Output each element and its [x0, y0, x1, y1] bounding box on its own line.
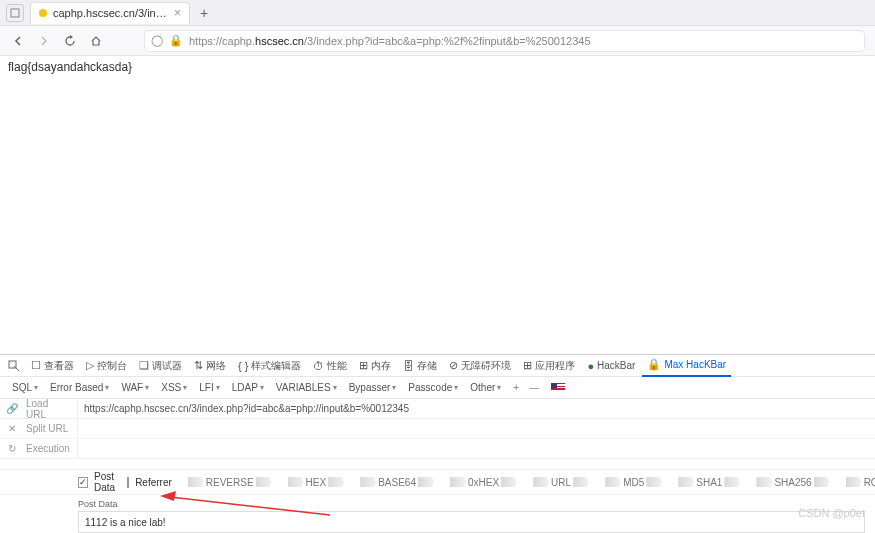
tab-label: 控制台: [97, 359, 127, 373]
devtools-tab-应用程序[interactable]: ⊞应用程序: [518, 355, 580, 377]
devtools-tab-控制台[interactable]: ▷控制台: [81, 355, 132, 377]
tab-icon: 🔒: [647, 358, 661, 371]
postdata-input[interactable]: 1112 is a nice lab!: [78, 511, 865, 533]
url-input[interactable]: ◯ 🔒 https://caphp.hscsec.cn/3/index.php?…: [144, 30, 865, 52]
hackbar-menu-waf[interactable]: WAF▾: [115, 382, 155, 393]
tab-label: 调试器: [152, 359, 182, 373]
hackbar-menu-error-based[interactable]: Error Based▾: [44, 382, 115, 393]
devtools-panel: ☐查看器▷控制台❏调试器⇅网络{ }样式编辑器⏱性能⊞内存🗄存储⊘无障碍环境⊞应…: [0, 354, 875, 533]
hackbar-main: 🔗Load URL✕Split URL↻Execution https://ca…: [0, 399, 875, 459]
pill-tag-icon: [360, 477, 376, 487]
pill-tag-icon: [573, 477, 589, 487]
tab-label: 应用程序: [535, 359, 575, 373]
hackbar-add-button[interactable]: +: [509, 382, 523, 393]
browser-tab[interactable]: caphp.hscsec.cn/3/index.ph ×: [30, 2, 190, 24]
hackbar-action-split-url[interactable]: ✕Split URL: [0, 419, 77, 439]
devtools-tab-存储[interactable]: 🗄存储: [398, 355, 442, 377]
back-button[interactable]: [10, 33, 26, 49]
devtools-tab-内存[interactable]: ⊞内存: [354, 355, 396, 377]
devtools-tab-bar: ☐查看器▷控制台❏调试器⇅网络{ }样式编辑器⏱性能⊞内存🗄存储⊘无障碍环境⊞应…: [0, 355, 875, 377]
hackbar-remove-button[interactable]: —: [525, 382, 543, 393]
action-icon: 🔗: [6, 403, 18, 414]
browser-tab-strip: caphp.hscsec.cn/3/index.ph × +: [0, 0, 875, 26]
hackbar-menu-other[interactable]: Other▾: [464, 382, 507, 393]
pill-tag-icon: [418, 477, 434, 487]
chevron-down-icon: ▾: [145, 383, 149, 392]
reload-icon: [64, 35, 76, 47]
tab-icon: ⏱: [313, 360, 324, 372]
tab-list-button[interactable]: [6, 4, 24, 22]
encode-pill-reverse[interactable]: REVERSE: [188, 477, 272, 488]
pill-tag-icon: [724, 477, 740, 487]
devtools-tab-性能[interactable]: ⏱性能: [308, 355, 352, 377]
devtools-tab-查看器[interactable]: ☐查看器: [26, 355, 79, 377]
referrer-checkbox[interactable]: [127, 477, 129, 488]
hackbar-menu-ldap[interactable]: LDAP▾: [226, 382, 270, 393]
devtools-tab-网络[interactable]: ⇅网络: [189, 355, 231, 377]
action-icon: ✕: [6, 423, 18, 434]
new-tab-button[interactable]: +: [200, 5, 208, 21]
devtools-tab-无障碍环境[interactable]: ⊘无障碍环境: [444, 355, 516, 377]
pill-tag-icon: [814, 477, 830, 487]
tab-icon: { }: [238, 360, 248, 372]
inspect-icon: [8, 360, 20, 372]
pill-tag-icon: [678, 477, 694, 487]
page-content: flag{dsayandahckasda}: [0, 56, 875, 354]
hackbar-action-execution[interactable]: ↻Execution: [0, 439, 77, 459]
hackbar-options: Post Data Referrer REVERSEHEXBASE640xHEX…: [0, 469, 875, 495]
tab-close-icon[interactable]: ×: [174, 6, 181, 20]
encode-pill-base64[interactable]: BASE64: [360, 477, 434, 488]
hackbar-menu-variables[interactable]: VARIABLES▾: [270, 382, 343, 393]
tab-icon: ❏: [139, 359, 149, 372]
encode-pill-0xhex[interactable]: 0xHEX: [450, 477, 517, 488]
devtools-tab-样式编辑器[interactable]: { }样式编辑器: [233, 355, 306, 377]
us-flag-icon[interactable]: [551, 383, 565, 392]
tab-label: 样式编辑器: [251, 359, 301, 373]
hackbar-menu-sql[interactable]: SQL▾: [6, 382, 44, 393]
chevron-down-icon: ▾: [392, 383, 396, 392]
pill-tag-icon: [188, 477, 204, 487]
referrer-label: Referrer: [135, 477, 172, 488]
tab-label: 查看器: [44, 359, 74, 373]
pill-tag-icon: [328, 477, 344, 487]
hackbar-menu-bar: SQL▾Error Based▾WAF▾XSS▾LFI▾LDAP▾VARIABL…: [0, 377, 875, 399]
tab-label: Max HacKBar: [664, 359, 726, 370]
hackbar-menu-bypasser[interactable]: Bypasser▾: [343, 382, 403, 393]
hackbar-empty-row: [78, 439, 875, 459]
tab-favicon: [39, 9, 47, 17]
hackbar-menu-xss[interactable]: XSS▾: [155, 382, 193, 393]
encode-pill-rot13[interactable]: ROT13: [846, 477, 875, 488]
encode-pill-hex[interactable]: HEX: [288, 477, 345, 488]
hackbar-url-area: https://caphp.hscsec.cn/3/index.php?id=a…: [78, 399, 875, 459]
flag-output: flag{dsayandahckasda}: [8, 60, 867, 74]
encode-pill-sha256[interactable]: SHA256: [756, 477, 829, 488]
watermark: CSDN @p0et: [798, 507, 865, 519]
pill-tag-icon: [646, 477, 662, 487]
encode-pill-url[interactable]: URL: [533, 477, 589, 488]
postdata-section-label: Post Data: [0, 495, 875, 511]
encode-pill-sha1[interactable]: SHA1: [678, 477, 740, 488]
chevron-down-icon: ▾: [454, 383, 458, 392]
hackbar-url-value[interactable]: https://caphp.hscsec.cn/3/index.php?id=a…: [78, 399, 875, 419]
postdata-checkbox[interactable]: [78, 477, 88, 488]
reload-button[interactable]: [62, 33, 78, 49]
chevron-down-icon: ▾: [216, 383, 220, 392]
hackbar-empty-row: [78, 419, 875, 439]
tab-list-icon: [10, 8, 20, 18]
svg-rect-0: [11, 9, 19, 17]
devtools-inspect-button[interactable]: [6, 358, 22, 374]
hackbar-action-load-url[interactable]: 🔗Load URL: [0, 399, 77, 419]
chevron-down-icon: ▾: [260, 383, 264, 392]
postdata-value: 1112 is a nice lab!: [85, 517, 166, 528]
tab-title: caphp.hscsec.cn/3/index.ph: [53, 7, 168, 19]
devtools-tab-HackBar[interactable]: ●HackBar: [582, 355, 640, 377]
devtools-tab-Max HacKBar[interactable]: 🔒Max HacKBar: [642, 355, 731, 377]
tab-icon: ⊞: [523, 359, 532, 372]
hackbar-menu-passcode[interactable]: Passcode▾: [402, 382, 464, 393]
devtools-tab-调试器[interactable]: ❏调试器: [134, 355, 187, 377]
hackbar-menu-lfi[interactable]: LFI▾: [193, 382, 225, 393]
home-button[interactable]: [88, 33, 104, 49]
forward-button[interactable]: [36, 33, 52, 49]
encode-pill-md5[interactable]: MD5: [605, 477, 662, 488]
chevron-down-icon: ▾: [105, 383, 109, 392]
